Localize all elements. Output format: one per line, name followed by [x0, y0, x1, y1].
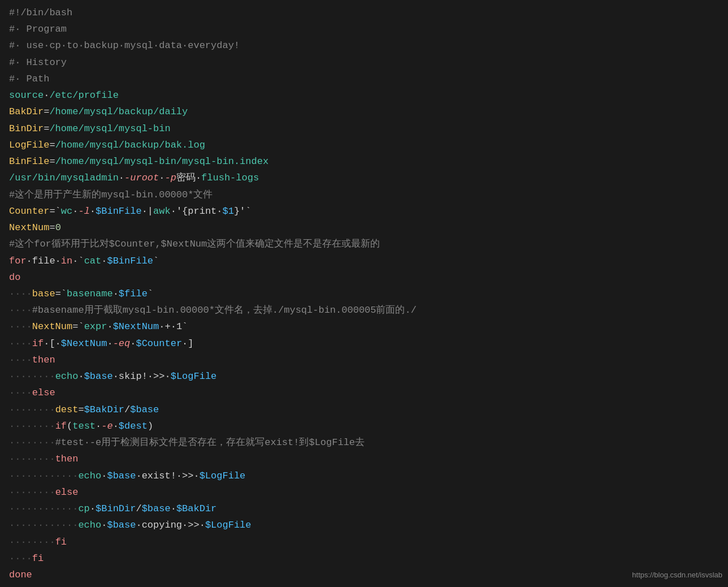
var-base-1: $base — [84, 368, 113, 385]
code-line-17: do — [0, 269, 728, 286]
var-nextnum: NextNum — [9, 219, 49, 236]
code-line-15: #这个for循环用于比对$Counter,$NextNum这两个值来确定文件是不… — [0, 236, 728, 252]
code-line-18: ····base=`basename·$file` — [0, 286, 728, 302]
var-bakdir: BakDir — [9, 103, 44, 120]
code-line-27: ········#test·-e用于检测目标文件是否存在，存在就写exist!到… — [0, 434, 728, 451]
cmd-mysqladmin: /usr/bin/mysqladmin — [9, 170, 119, 186]
code-line-11: /usr/bin/mysqladmin·-uroot·-p密码·flush-lo… — [0, 170, 728, 186]
var-logfile-2: $LogFile — [200, 468, 246, 484]
cmd-echo-3: echo — [78, 517, 101, 533]
comment-program: #· Program — [9, 21, 67, 37]
comment-history: #· History — [9, 54, 67, 71]
comment-use: #· use·cp·to·backup·mysql·data·everyday! — [9, 37, 240, 54]
cmd-expr: expr — [84, 318, 107, 335]
code-line-28: ········then — [0, 451, 728, 467]
code-line-4: #· History — [0, 54, 728, 71]
code-line-35: done — [0, 567, 728, 583]
code-line-1: #!/bin/bash — [0, 5, 728, 21]
code-line-26: ········if(test·-e·$dest) — [0, 418, 728, 434]
comment-chinese-4: #test·-e用于检测目标文件是否存在，存在就写exist!到$LogFile… — [55, 434, 365, 451]
var-binfile: BinFile — [9, 153, 49, 170]
cmd-cp: cp — [78, 500, 89, 517]
var-nextnum-2: NextNum — [32, 318, 72, 335]
code-line-23: ········echo·$base·skip!·>>·$LogFile — [0, 368, 728, 385]
code-line-2: #· Program — [0, 21, 728, 37]
var-bakdir-ref-2: $BakDir — [176, 500, 216, 517]
code-line-33: ········fi — [0, 534, 728, 550]
keyword-do: do — [9, 269, 20, 286]
keyword-else-1: else — [32, 385, 55, 401]
flag-p: -p — [164, 170, 176, 186]
watermark: https://blog.csdn.net/isvslab — [632, 569, 722, 581]
var-bakdir-ref: $BakDir — [84, 402, 124, 418]
var-base-3: $base — [107, 468, 136, 484]
comment-chinese-2: #这个for循环用于比对$Counter,$NextNum这两个值来确定文件是不… — [9, 236, 380, 252]
code-line-25: ········dest=$BakDir/$base — [0, 402, 728, 418]
var-counter: Counter — [9, 203, 49, 219]
code-container: #!/bin/bash #· Program #· use·cp·to·back… — [0, 0, 728, 587]
code-line-19: ····#basename用于截取mysql-bin.00000*文件名，去掉.… — [0, 302, 728, 318]
var-binfile-cat: $BinFile — [107, 253, 153, 269]
code-line-6: source·/etc/profile — [0, 87, 728, 103]
var-bindir-ref: $BinDir — [96, 500, 136, 517]
keyword-done: done — [9, 567, 32, 583]
var-bindir: BinDir — [9, 120, 44, 137]
var-logfile: LogFile — [9, 137, 49, 153]
flag-e: -e — [101, 418, 112, 434]
code-line-22: ····then — [0, 352, 728, 368]
code-line-34: ····fi — [0, 550, 728, 567]
var-counter-cmp: $Counter — [136, 335, 182, 352]
val-bindir: /home/mysql/mysql-bin — [49, 120, 170, 137]
cmd-test: test — [72, 418, 96, 434]
code-line-21: ····if·[·$NextNum·-eq·$Counter·] — [0, 335, 728, 352]
var-base-5: $base — [107, 517, 136, 533]
code-line-24: ····else — [0, 385, 728, 401]
var-dest-ref: $dest — [119, 418, 148, 434]
var-logfile-3: $LogFile — [205, 517, 252, 533]
keyword-in: in — [61, 253, 72, 269]
keyword-if: if — [32, 335, 44, 352]
awk-dollar-1: $1 — [223, 203, 234, 219]
keyword-for: for — [9, 253, 27, 269]
keyword-if-2: if — [55, 418, 67, 434]
var-base: base — [32, 286, 55, 302]
code-line-30: ········else — [0, 484, 728, 500]
code-line-5: #· Path — [0, 71, 728, 87]
code-line-12: #这个是用于产生新的mysql-bin.00000*文件 — [0, 187, 728, 203]
val-binfile: /home/mysql/mysql-bin/mysql-bin.index — [55, 153, 268, 170]
keyword-source: source — [9, 87, 44, 103]
keyword-then-2: then — [55, 451, 79, 467]
code-line-31: ············cp·$BinDir/$base·$BakDir — [0, 500, 728, 517]
var-dest: dest — [55, 402, 79, 418]
var-file: $file — [119, 286, 148, 302]
code-line-13: Counter=`wc·-l·$BinFile·|awk·'{print·$1}… — [0, 203, 728, 219]
code-line-10: BinFile=/home/mysql/mysql-bin/mysql-bin.… — [0, 153, 728, 170]
cmd-wc: wc — [61, 203, 72, 219]
keyword-fi-1: fi — [55, 534, 67, 550]
code-line-9: LogFile=/home/mysql/backup/bak.log — [0, 137, 728, 153]
var-nextnum-cmp: $NextNum — [61, 335, 107, 352]
comment-chinese-1: #这个是用于产生新的mysql-bin.00000*文件 — [9, 187, 213, 203]
code-line-7: BakDir=/home/mysql/backup/daily — [0, 103, 728, 120]
comment-path: #· Path — [9, 71, 49, 87]
flag-eq: -eq — [113, 335, 131, 352]
cmd-flushlogs: flush-logs — [201, 170, 259, 186]
flag-uroot: -uroot — [124, 170, 159, 186]
code-line-20: ····NextNum=`expr·$NextNum·+·1` — [0, 318, 728, 335]
var-logfile-1: $LogFile — [171, 368, 217, 385]
path-etc-profile: /etc/profile — [49, 87, 118, 103]
cmd-echo-2: echo — [78, 468, 101, 484]
keyword-then-1: then — [32, 352, 55, 368]
var-base-4: $base — [142, 500, 171, 517]
var-nextnum-ref: $NextNum — [113, 318, 159, 335]
val-bakdir: /home/mysql/backup/daily — [49, 103, 188, 120]
code-line-29: ············echo·$base·exist!·>>·$LogFil… — [0, 468, 728, 484]
code-line-14: NextNum=0 — [0, 219, 728, 236]
cmd-awk: awk — [153, 203, 171, 219]
var-binfile-ref: $BinFile — [96, 203, 142, 219]
val-zero: 0 — [55, 219, 61, 236]
flag-l: -l — [78, 203, 89, 219]
var-base-2: $base — [130, 402, 159, 418]
code-line-8: BinDir=/home/mysql/mysql-bin — [0, 120, 728, 137]
keyword-fi-2: fi — [32, 550, 44, 567]
